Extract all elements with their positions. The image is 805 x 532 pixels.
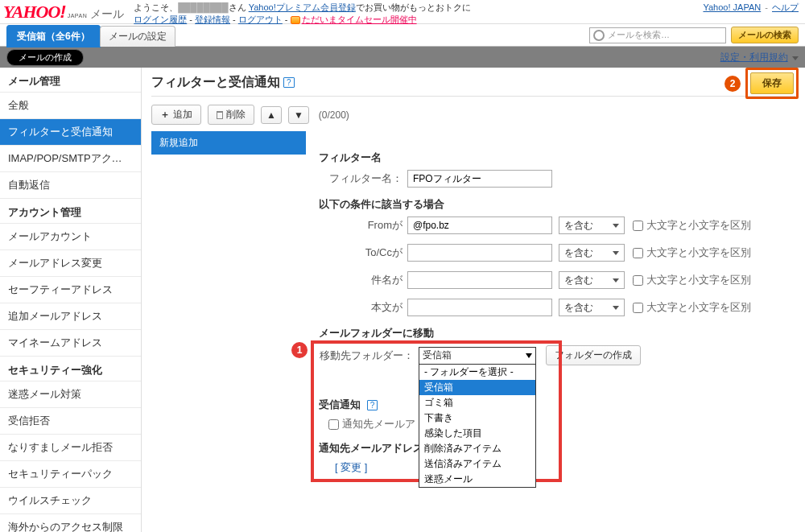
premium-tail: でお買い物がもっとおトクに [356, 2, 471, 14]
folder-row: 1 移動先フォルダー： 受信箱 - フォルダーを選択 - 受信箱 ゴミ箱 下書き… [319, 345, 792, 365]
save-button-highlight: 保存 [745, 68, 799, 99]
filter-toolbar: ＋追加 削除 ▲ ▼ (0/200) [151, 97, 795, 131]
sidebar: メール管理 全般 フィルターと受信通知 IMAP/POP/SMTPアク… 自動返… [0, 68, 142, 532]
logo-yahoo-text: YAHOO [3, 3, 60, 21]
sidebar-item-extra-addr[interactable]: 追加メールアドレス [0, 303, 141, 330]
delete-button[interactable]: 削除 [208, 105, 254, 125]
folder-option-placeholder[interactable]: - フォルダーを選択 - [419, 365, 535, 380]
section-move-folder: メールフォルダーに移動 [319, 326, 792, 340]
sidebar-item-safety-addr[interactable]: セーフティーアドレス [0, 277, 141, 303]
tocc-case-label: 大文字と小文字を区別 [646, 245, 751, 260]
chevron-down-icon[interactable] [792, 56, 799, 60]
folder-option[interactable]: 感染した項目 [419, 426, 535, 441]
subject-input[interactable] [407, 271, 552, 289]
folder-option[interactable]: 削除済みアイテム [419, 441, 535, 456]
tocc-match-select[interactable]: を含む [559, 244, 625, 262]
sidebar-item-autoreply[interactable]: 自動返信 [0, 172, 141, 199]
sidebar-item-account[interactable]: メールアカウント [0, 224, 141, 250]
section-notify: 受信通知 [319, 398, 361, 410]
section-conditions: 以下の条件に該当する場合 [319, 197, 792, 212]
chevron-down-icon [613, 278, 619, 282]
folder-select[interactable]: 受信箱 - フォルダーを選択 - 受信箱 ゴミ箱 下書き 感染した項目 削除済み… [419, 347, 536, 365]
body-case-checkbox[interactable] [633, 303, 643, 313]
sidebar-item-secpack[interactable]: セキュリティーパック [0, 461, 141, 488]
content: 2 保存 フィルターと受信通知 ? ＋追加 削除 ▲ ▼ (0/200) 新規追… [142, 68, 805, 532]
greeting-block: ようこそ、 ████████ さん Yahoo!プレミアム会員登録 でお買い物が… [134, 2, 470, 27]
from-match-select[interactable]: を含む [559, 217, 625, 234]
tocc-case-checkbox[interactable] [633, 248, 643, 258]
greeting-username: ████████ [178, 2, 228, 14]
body-match-select[interactable]: を含む [559, 299, 625, 316]
folder-option[interactable]: 迷惑メール [419, 472, 535, 487]
annotation-badge-1: 1 [291, 342, 308, 358]
sidebar-item-filter[interactable]: フィルターと受信通知 [0, 119, 141, 146]
sidebar-item-myname-addr[interactable]: マイネームアドレス [0, 330, 141, 357]
top-right-links: Yahoo! JAPAN - ヘルプ [703, 2, 799, 14]
annotation-badge-2: 2 [724, 76, 741, 92]
sidebar-item-general[interactable]: 全般 [0, 93, 141, 119]
logo-japan-text: JAPAN [68, 13, 88, 19]
filter-list: 新規追加 [151, 131, 306, 478]
body-input[interactable] [407, 299, 552, 316]
tab-mail-settings[interactable]: メールの設定 [100, 26, 175, 47]
change-notify-addr-link[interactable]: [ 変更 ] [335, 461, 367, 473]
folder-option[interactable]: ゴミ箱 [419, 395, 535, 410]
filter-counter: (0/200) [319, 109, 349, 121]
folder-option[interactable]: 下書き [419, 410, 535, 426]
search-input[interactable]: メールを検索… [589, 27, 726, 43]
label-subject: 件名が [319, 273, 407, 287]
page-title: フィルターと受信通知 [151, 74, 280, 91]
move-down-button[interactable]: ▼ [288, 106, 309, 124]
settings-terms-link[interactable]: 設定・利用規約 [720, 52, 788, 63]
yahoo-japan-link[interactable]: Yahoo! JAPAN [703, 2, 761, 12]
filter-list-item[interactable]: 新規追加 [151, 131, 306, 155]
help-link[interactable]: ヘルプ [772, 2, 799, 12]
subject-match-select[interactable]: を含む [559, 271, 625, 289]
cart-icon [291, 16, 300, 24]
create-folder-button[interactable]: フォルダーの作成 [546, 345, 641, 365]
sidebar-item-virus[interactable]: ウイルスチェック [0, 488, 141, 514]
body-case-label: 大文字と小文字を区別 [646, 300, 751, 315]
main-area: メール管理 全般 フィルターと受信通知 IMAP/POP/SMTPアク… 自動返… [0, 68, 805, 532]
logo[interactable]: YAHOO! JAPAN メール [3, 2, 124, 23]
help-icon[interactable]: ? [283, 77, 295, 88]
chevron-down-icon [613, 251, 619, 255]
search-button[interactable]: メールの検索 [731, 27, 799, 43]
premium-link[interactable]: Yahoo!プレミアム会員登録 [249, 2, 356, 14]
label-body: 本文が [319, 300, 407, 315]
label-folder: 移動先フォルダー： [319, 348, 419, 363]
notify-checkbox[interactable] [328, 419, 339, 430]
sidebar-item-spoof[interactable]: なりすましメール拒否 [0, 435, 141, 461]
sidebar-item-imap[interactable]: IMAP/POP/SMTPアク… [0, 146, 141, 172]
filter-name-input[interactable] [407, 170, 552, 188]
folder-option[interactable]: 送信済みアイテム [419, 456, 535, 472]
label-filter-name: フィルター名： [319, 171, 407, 186]
folder-select-button[interactable]: 受信箱 [419, 347, 536, 365]
trash-icon [217, 111, 223, 119]
move-up-button[interactable]: ▲ [261, 106, 282, 124]
from-case-checkbox[interactable] [633, 221, 643, 231]
sidebar-item-addr-change[interactable]: メールアドレス変更 [0, 250, 141, 277]
sub-bar: メールの作成 設定・利用規約 [0, 47, 805, 68]
tab-inbox[interactable]: 受信箱（全6件） [6, 25, 101, 47]
section-notify-addr: 通知先メールアドレス [319, 441, 792, 456]
from-case-label: 大文字と小文字を区別 [646, 218, 751, 233]
compose-button[interactable]: メールの作成 [6, 49, 84, 66]
notify-checkbox-label: 通知先メールア [342, 417, 415, 431]
from-input[interactable] [407, 217, 552, 234]
chevron-down-icon [613, 224, 619, 228]
logo-mail-label: メール [90, 7, 124, 22]
add-button[interactable]: ＋追加 [151, 105, 201, 125]
greeting-suffix: さん [229, 2, 246, 14]
save-button[interactable]: 保存 [750, 72, 794, 94]
sidebar-item-block[interactable]: 受信拒否 [0, 408, 141, 435]
help-icon[interactable]: ? [367, 400, 378, 410]
sidebar-item-overseas[interactable]: 海外からのアクセス制限 [0, 514, 141, 532]
sidebar-group-security: セキュリティー強化 [0, 357, 141, 381]
tocc-input[interactable] [407, 244, 552, 262]
sidebar-item-spam[interactable]: 迷惑メール対策 [0, 381, 141, 408]
folder-option[interactable]: 受信箱 [419, 380, 535, 395]
folder-dropdown: - フォルダーを選択 - 受信箱 ゴミ箱 下書き 感染した項目 削除済みアイテム… [419, 365, 536, 488]
subject-case-checkbox[interactable] [633, 275, 643, 286]
sidebar-group-mail: メール管理 [0, 68, 141, 93]
